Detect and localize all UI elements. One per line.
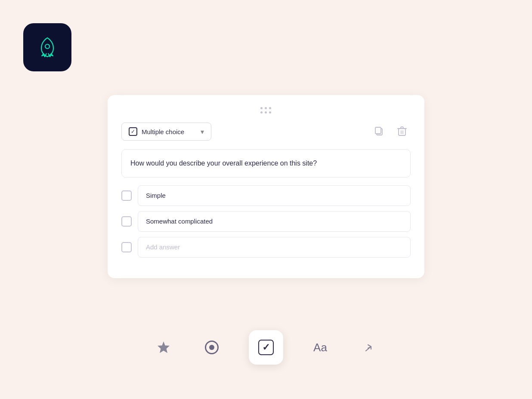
answer-checkbox-1[interactable] xyxy=(121,190,132,201)
toolbar-redirect-button[interactable] xyxy=(357,336,380,359)
answer-text-2: Somewhat complicated xyxy=(146,218,213,225)
answer-option-2: Somewhat complicated xyxy=(121,211,411,232)
chevron-down-icon: ▾ xyxy=(201,128,204,136)
question-text: How would you describe your overall expe… xyxy=(130,158,402,169)
checkmark-small: ✓ xyxy=(131,129,135,134)
radio-inner xyxy=(209,345,214,350)
svg-rect-3 xyxy=(399,129,405,135)
toolbar-radio-button[interactable] xyxy=(201,336,223,359)
toolbar-checkbox-button[interactable]: ✓ xyxy=(249,330,283,365)
answer-placeholder-text: Add answer xyxy=(146,243,180,251)
answer-checkbox-2[interactable] xyxy=(121,216,132,227)
drag-dots xyxy=(260,107,272,114)
drag-handle[interactable] xyxy=(121,107,411,114)
radio-icon xyxy=(205,341,219,354)
answer-label-box-1[interactable]: Simple xyxy=(138,185,411,206)
check-active-mark: ✓ xyxy=(262,342,270,353)
app-logo xyxy=(23,23,71,71)
answer-options-list: Simple Somewhat complicated Add answer xyxy=(121,185,411,258)
rocket-icon xyxy=(34,34,60,60)
checkbox-active-icon: ✓ xyxy=(258,340,274,355)
toolbar-rating-button[interactable] xyxy=(152,336,175,359)
answer-text-1: Simple xyxy=(146,192,166,199)
svg-rect-2 xyxy=(375,127,381,134)
answer-checkbox-add[interactable] xyxy=(121,242,132,252)
card-actions xyxy=(371,123,411,140)
type-selector-row: ✓ Multiple choice ▾ xyxy=(121,123,411,141)
bottom-toolbar: ✓ Aa xyxy=(152,330,380,365)
star-icon xyxy=(156,340,171,355)
redirect-icon xyxy=(362,341,375,354)
answer-option-add: Add answer xyxy=(121,237,411,258)
copy-icon xyxy=(375,127,384,136)
answer-option-1: Simple xyxy=(121,185,411,206)
answer-label-box-add[interactable]: Add answer xyxy=(138,237,411,258)
type-dropdown[interactable]: ✓ Multiple choice ▾ xyxy=(121,123,211,141)
type-label: Multiple choice xyxy=(142,128,184,135)
delete-button[interactable] xyxy=(393,123,411,140)
answer-label-box-2[interactable]: Somewhat complicated xyxy=(138,211,411,232)
survey-card: ✓ Multiple choice ▾ xyxy=(108,95,424,278)
copy-button[interactable] xyxy=(371,123,388,140)
svg-point-0 xyxy=(45,44,49,49)
text-icon: Aa xyxy=(313,341,327,354)
toolbar-text-button[interactable]: Aa xyxy=(309,336,331,359)
question-input[interactable]: How would you describe your overall expe… xyxy=(121,149,411,178)
trash-icon xyxy=(397,126,407,137)
checkbox-small-icon: ✓ xyxy=(129,127,137,136)
